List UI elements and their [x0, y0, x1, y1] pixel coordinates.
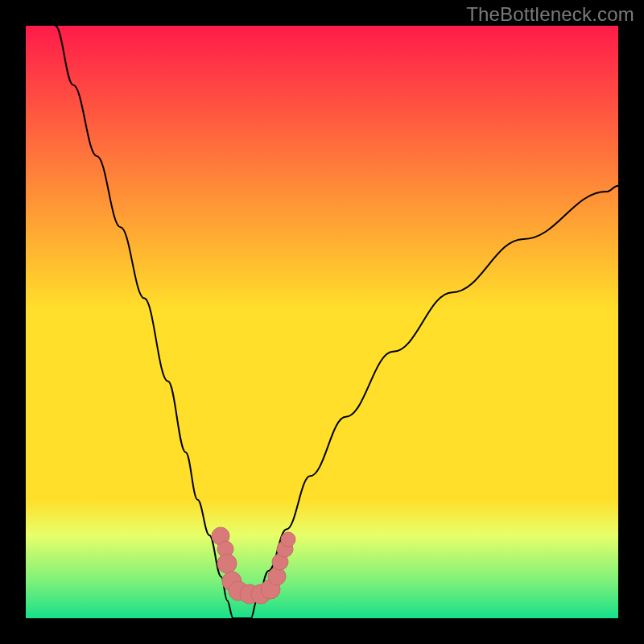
curve-layer	[26, 26, 618, 618]
curve-marker	[217, 554, 237, 573]
bottleneck-curve-right	[251, 186, 618, 618]
curve-marker	[281, 532, 295, 547]
watermark-text: TheBottleneck.com	[466, 3, 634, 26]
curve-marker	[268, 568, 286, 585]
chart-stage: TheBottleneck.com	[0, 0, 644, 644]
plot-area	[26, 26, 618, 618]
